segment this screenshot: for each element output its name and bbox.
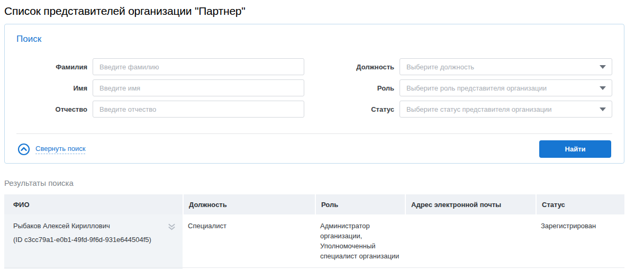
position-select-placeholder: Выберите должность: [406, 63, 474, 71]
firstname-label: Имя: [16, 84, 87, 92]
column-header-email: Адрес электронной почты: [405, 194, 536, 214]
field-status: Статус Выберите статус представителя орг…: [347, 101, 612, 118]
position-label: Должность: [347, 63, 394, 71]
collapse-search-label: Свернуть поиск: [35, 145, 85, 154]
search-row-2: Имя Роль Выберите роль представителя орг…: [16, 79, 612, 96]
position-select[interactable]: Выберите должность: [400, 58, 612, 75]
lastname-input[interactable]: [93, 58, 304, 75]
results-title: Результаты поиска: [4, 178, 644, 188]
role-cell: Администратор организации, Уполномоченны…: [315, 214, 405, 267]
table-row: Рыбаков Алексей Кириллович (ID c3cc79a1-…: [4, 214, 624, 268]
firstname-input[interactable]: [93, 79, 304, 96]
caret-down-icon: [600, 65, 606, 69]
status-select[interactable]: Выберите статус представителя организаци…: [400, 101, 612, 118]
caret-down-icon: [600, 86, 606, 90]
search-panel-title: Поиск: [16, 34, 612, 44]
field-firstname: Имя: [16, 79, 304, 96]
email-cell: [405, 214, 536, 267]
field-role: Роль Выберите роль представителя организ…: [347, 79, 612, 96]
column-header-role: Роль: [315, 194, 405, 214]
double-chevron-down-icon[interactable]: [167, 222, 176, 234]
position-cell: Специалист: [183, 214, 315, 267]
search-panel: Поиск Фамилия Должность Выберите должнос…: [4, 24, 624, 164]
chevron-up-circle-icon: [17, 143, 30, 156]
find-button[interactable]: Найти: [539, 140, 611, 158]
role-select-placeholder: Выберите роль представителя организации: [406, 84, 547, 92]
search-footer: Свернуть поиск Найти: [16, 134, 612, 158]
patronymic-input[interactable]: [93, 101, 304, 118]
column-header-position: Должность: [183, 194, 315, 214]
field-position: Должность Выберите должность: [347, 58, 612, 75]
page-title: Список представителей организации "Партн…: [4, 4, 644, 18]
status-select-placeholder: Выберите статус представителя организаци…: [406, 105, 552, 113]
field-patronymic: Отчество: [16, 101, 304, 118]
search-row-3: Отчество Статус Выберите статус представ…: [16, 101, 612, 118]
search-row-1: Фамилия Должность Выберите должность: [16, 58, 612, 75]
status-label: Статус: [347, 105, 394, 113]
column-header-status: Статус: [536, 194, 624, 214]
results-table: ФИО Должность Роль Адрес электронной поч…: [4, 194, 624, 269]
field-lastname: Фамилия: [16, 58, 304, 75]
fio-name: Рыбаков Алексей Кириллович: [13, 221, 162, 231]
fio-id: (ID c3cc79a1-e0b1-49fd-9f6d-931e644504f5…: [13, 235, 162, 245]
lastname-label: Фамилия: [16, 63, 87, 71]
fio-cell: Рыбаков Алексей Кириллович (ID c3cc79a1-…: [4, 214, 183, 267]
collapse-search-link[interactable]: Свернуть поиск: [17, 143, 85, 156]
status-cell: Зарегистрирован: [536, 214, 624, 267]
role-label: Роль: [347, 84, 394, 92]
search-form: Фамилия Должность Выберите должность Имя…: [16, 58, 612, 118]
column-header-fio: ФИО: [4, 201, 183, 209]
caret-down-icon: [600, 107, 606, 111]
table-header: ФИО Должность Роль Адрес электронной поч…: [4, 194, 624, 214]
patronymic-label: Отчество: [16, 105, 87, 113]
role-select[interactable]: Выберите роль представителя организации: [400, 79, 612, 96]
